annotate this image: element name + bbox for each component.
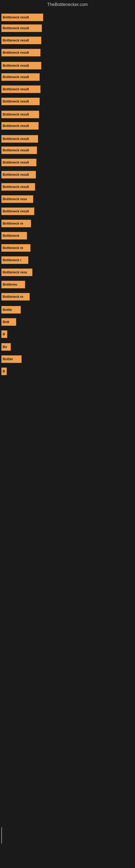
bar-item: Bottleneck result — [1, 86, 41, 93]
bar-label: Bottleneck result — [3, 113, 29, 116]
bar-item: Bottleneck result — [1, 135, 38, 143]
bar-item: Bottleneck — [1, 232, 27, 240]
bar-label: Bottleneck result — [3, 148, 29, 152]
bar-label: Bo — [3, 345, 7, 349]
bar-item: Bottleneck result — [1, 98, 40, 105]
bar-item: Bo — [1, 343, 11, 351]
bar-item: Bottleneck result — [1, 183, 35, 191]
site-title: TheBottlenecker.com — [0, 0, 135, 8]
bar-item: Bottler — [1, 355, 21, 363]
bar-item: Bottleneck result — [1, 171, 36, 179]
bar-label: Bottleneck result — [3, 209, 29, 213]
bar-item: Bottleneck result — [1, 159, 37, 166]
bar-item: Bottleneck result — [1, 147, 37, 154]
bar-item: Bottleneck result — [1, 49, 41, 56]
bar-item: Bottleneck result — [1, 122, 39, 130]
bar-label: Bottleneck result — [3, 185, 29, 189]
bar-label: Bottleneck result — [3, 75, 29, 79]
bar-label: Bott — [3, 320, 9, 324]
bar-item: Bottleneck result — [1, 24, 42, 32]
bar-label: Bottleneck result — [3, 26, 29, 30]
bar-label: B — [3, 369, 5, 373]
bar-label: Bottleneck re — [3, 246, 23, 250]
bar-item: Bottlenec — [1, 281, 25, 288]
bar-label: Bottleneck result — [3, 137, 29, 141]
bar-item: Bottleneck result — [1, 13, 43, 21]
bar-label: Bottleneck result — [3, 124, 29, 128]
bar-item: Bottle — [1, 306, 21, 314]
bar-item: Bott — [1, 318, 16, 326]
bar-label: B — [3, 332, 5, 336]
y-axis — [1, 827, 2, 844]
bar-item: Bottleneck result — [1, 208, 34, 215]
bar-item: Bottleneck result — [1, 37, 41, 44]
bar-label: Bottleneck result — [3, 173, 29, 177]
bar-label: Bottleneck resu — [3, 271, 27, 274]
bar-label: Bottle — [3, 308, 12, 312]
bar-item: B — [1, 330, 7, 338]
bar-item: Bottleneck resu — [1, 269, 32, 276]
bar-item: Bottleneck re — [1, 220, 31, 227]
bar-label: Bottlenec — [3, 283, 17, 286]
bar-item: Bottleneck re — [1, 293, 30, 301]
bar-label: Bottleneck — [3, 234, 19, 238]
bar-label: Bottleneck result — [3, 87, 29, 91]
bar-item: B — [1, 368, 7, 375]
bar-item: Bottleneck result — [1, 73, 40, 81]
chart-area: Bottleneck resultBottleneck resultBottle… — [0, 8, 135, 849]
bar-item: Bottleneck re — [1, 244, 31, 252]
bar-item: Bottleneck r — [1, 256, 28, 264]
bar-label: Bottleneck result — [3, 16, 29, 19]
bar-label: Bottleneck resu — [3, 197, 27, 201]
bar-label: Bottleneck re — [3, 222, 23, 225]
bar-label: Bottleneck re — [3, 295, 23, 299]
bar-label: Bottleneck result — [3, 161, 29, 164]
bar-item: Bottleneck result — [1, 62, 41, 69]
bar-label: Bottleneck result — [3, 51, 29, 55]
bar-item: Bottleneck result — [1, 111, 39, 118]
bar-label: Bottleneck result — [3, 99, 29, 103]
bar-label: Bottleneck result — [3, 38, 29, 42]
bar-label: Bottleneck r — [3, 258, 21, 262]
bar-label: Bottler — [3, 357, 13, 361]
bar-item: Bottleneck resu — [1, 195, 33, 203]
bar-label: Bottleneck result — [3, 64, 29, 67]
